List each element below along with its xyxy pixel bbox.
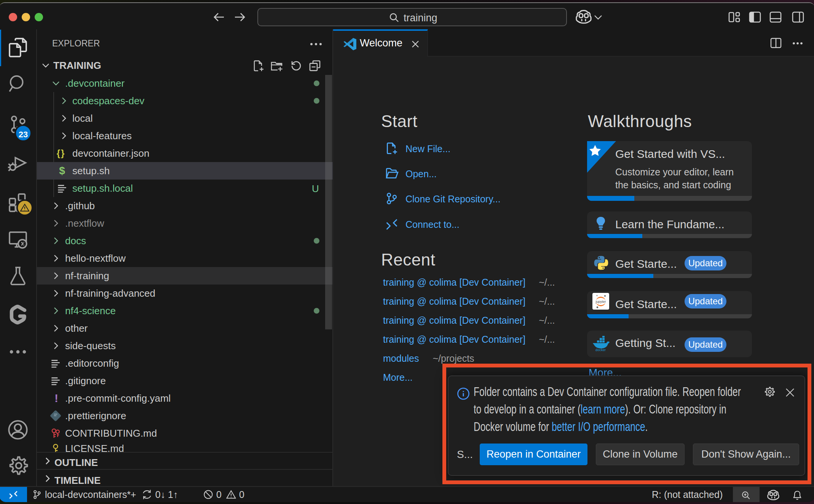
svg-text:docker: docker <box>595 348 606 351</box>
svg-text:jupyter: jupyter <box>595 300 606 304</box>
